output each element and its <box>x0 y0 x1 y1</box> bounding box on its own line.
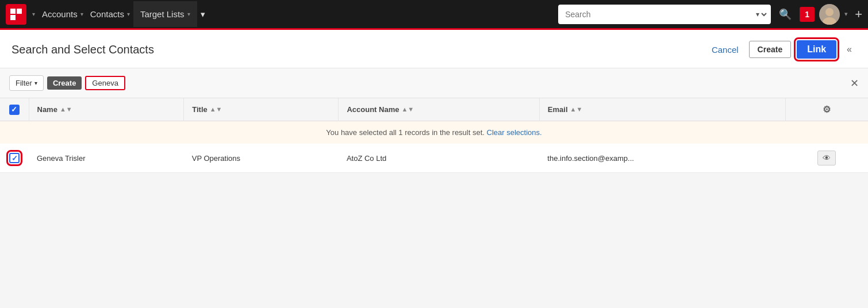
account-name-sort[interactable]: Account Name ▲▼ <box>347 105 531 114</box>
page-title: Search and Select Contacts <box>11 43 154 56</box>
row-preview-button[interactable]: 👁 <box>817 151 836 165</box>
create-tag[interactable]: Create <box>47 76 82 90</box>
eye-icon: 👁 <box>823 153 831 163</box>
name-sort[interactable]: Name ▲▼ <box>37 105 176 114</box>
collapse-button[interactable]: « <box>842 42 857 57</box>
row-eye-cell: 👁 <box>785 144 868 173</box>
row-email: the.info.section@examp... <box>539 144 785 173</box>
cancel-button[interactable]: Cancel <box>707 41 743 58</box>
search-scope-select[interactable]: ▾ <box>754 6 769 23</box>
search-box: ▾ <box>558 5 771 24</box>
header-actions: Cancel Create Link « <box>707 40 857 59</box>
row-title: VP Operations <box>184 144 339 173</box>
search-button[interactable]: 🔍 <box>775 6 795 23</box>
svg-rect-0 <box>10 9 16 14</box>
search-tag: Geneva <box>85 76 125 90</box>
filter-arrow-icon: ▾ <box>34 80 37 86</box>
filter-bar: Filter ▾ Create Geneva ✕ <box>0 68 868 98</box>
nav-target-lists[interactable]: Target Lists ▾ <box>133 1 197 27</box>
email-sort[interactable]: Email ▲▼ <box>548 105 777 114</box>
email-sort-icon: ▲▼ <box>570 106 583 113</box>
selection-notice-row: You have selected all 1 records in the r… <box>0 121 868 144</box>
logo-arrow-icon: ▾ <box>32 11 35 17</box>
filter-button[interactable]: Filter ▾ <box>9 75 44 91</box>
th-account-name: Account Name ▲▼ <box>339 98 539 121</box>
notification-badge[interactable]: 1 <box>800 7 815 22</box>
account-name-sort-icon: ▲▼ <box>401 106 414 113</box>
selection-notice-cell: You have selected all 1 records in the r… <box>0 121 868 144</box>
top-navigation: ▾ Accounts ▾ Contacts ▾ Target Lists ▾ ▾… <box>0 0 868 30</box>
row-name[interactable]: Geneva Trisler <box>29 144 184 173</box>
logo[interactable] <box>6 4 26 25</box>
nav-more[interactable]: ▾ <box>197 9 209 20</box>
svg-rect-3 <box>17 15 22 20</box>
page-header: Search and Select Contacts Cancel Create… <box>0 30 868 68</box>
th-email: Email ▲▼ <box>539 98 785 121</box>
add-button[interactable]: + <box>855 7 862 22</box>
svg-point-5 <box>825 8 834 16</box>
row-account-name: AtoZ Co Ltd <box>339 144 539 173</box>
svg-rect-1 <box>17 9 22 14</box>
name-sort-icon: ▲▼ <box>60 106 72 113</box>
clear-selections-link[interactable]: Clear selections. <box>487 128 542 137</box>
nav-accounts[interactable]: Accounts ▾ <box>39 9 87 19</box>
table-header-row: ✓ Name ▲▼ Title ▲▼ <box>0 98 868 121</box>
search-input[interactable] <box>558 5 754 24</box>
gear-icon[interactable]: ⚙ <box>823 105 831 114</box>
link-button[interactable]: Link <box>797 40 836 59</box>
user-avatar[interactable] <box>819 4 840 25</box>
user-dropdown-arrow-icon[interactable]: ▾ <box>844 10 848 18</box>
title-sort-icon: ▲▼ <box>210 106 222 113</box>
more-icon: ▾ <box>201 9 205 20</box>
select-all-checkbox[interactable]: ✓ <box>9 105 20 115</box>
title-sort[interactable]: Title ▲▼ <box>192 105 330 114</box>
accounts-arrow-icon: ▾ <box>80 11 83 17</box>
row-checkmark-icon: ✓ <box>11 154 18 163</box>
nav-contacts[interactable]: Contacts ▾ <box>87 9 133 19</box>
th-title: Title ▲▼ <box>184 98 339 121</box>
filter-clear-button[interactable]: ✕ <box>850 77 859 90</box>
results-table-wrap: ✓ Name ▲▼ Title ▲▼ <box>0 98 868 173</box>
target-lists-arrow-icon: ▾ <box>187 11 190 17</box>
th-gear: ⚙ <box>785 98 868 121</box>
contacts-arrow-icon: ▾ <box>127 11 130 17</box>
logo-dropdown[interactable]: ▾ <box>29 9 39 20</box>
create-button[interactable]: Create <box>749 41 792 58</box>
checkmark-icon: ✓ <box>11 105 17 114</box>
table-row: ✓ Geneva Trisler VP Operations AtoZ Co L… <box>0 144 868 173</box>
search-icon: 🔍 <box>779 9 792 20</box>
th-name: Name ▲▼ <box>29 98 184 121</box>
th-checkbox: ✓ <box>0 98 29 121</box>
nav-search-area: ▾ 🔍 1 ▾ + <box>558 4 862 25</box>
results-table: ✓ Name ▲▼ Title ▲▼ <box>0 98 868 173</box>
svg-rect-2 <box>10 15 16 20</box>
row-checkbox[interactable]: ✓ <box>9 153 20 163</box>
row-checkbox-cell: ✓ <box>0 144 29 173</box>
